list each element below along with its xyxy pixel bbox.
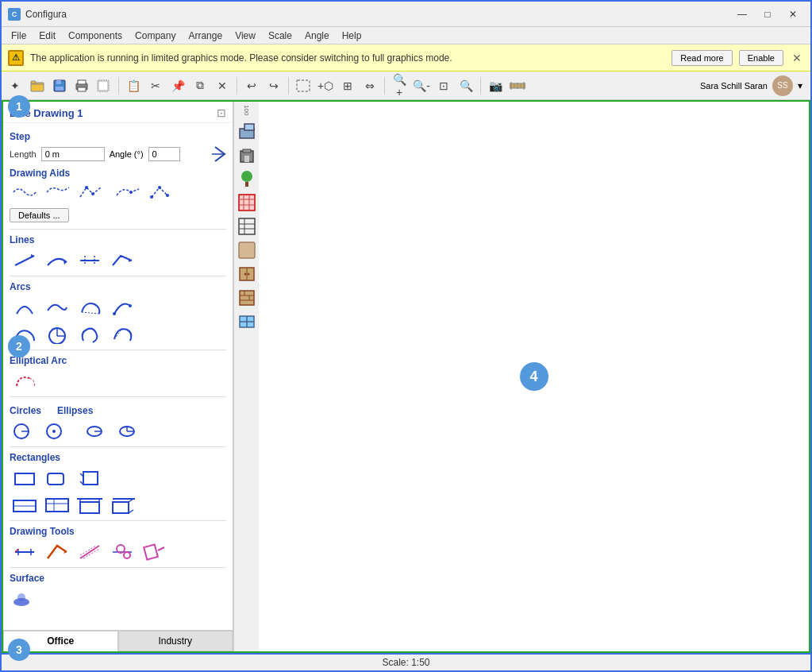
rect-tool-2[interactable] <box>42 466 72 490</box>
aid-1[interactable] <box>10 182 40 205</box>
save-button[interactable] <box>49 75 70 96</box>
zoom-window-button[interactable]: 🔍 <box>456 75 476 96</box>
menu-view[interactable]: View <box>229 29 262 43</box>
close-button[interactable]: ✕ <box>782 6 804 22</box>
ellipse-tool-2[interactable] <box>107 419 137 443</box>
select-button[interactable] <box>293 75 314 96</box>
canvas-area[interactable]: 4 <box>259 102 809 651</box>
camera-button[interactable]: 📷 <box>485 75 506 96</box>
divider-6 <box>10 520 226 521</box>
line-tool-4[interactable] <box>107 249 137 272</box>
rt-btn-2[interactable] <box>236 144 258 166</box>
rt-btn-5[interactable] <box>236 215 258 238</box>
redo-button[interactable]: ↪ <box>264 75 284 96</box>
line-tool-2[interactable] <box>42 249 72 272</box>
aid-4[interactable] <box>113 182 143 205</box>
panel-close-button[interactable]: ⊡ <box>217 106 226 119</box>
arc-tool-7[interactable] <box>75 322 105 346</box>
paste-button[interactable]: 📌 <box>167 75 188 96</box>
svg-rect-7 <box>78 87 86 91</box>
zoom-out-button[interactable]: 🔍- <box>411 75 432 96</box>
user-dropdown-icon: ▾ <box>798 80 802 91</box>
step-label: Step <box>10 131 226 142</box>
angle-input[interactable] <box>148 147 180 161</box>
svg-point-21 <box>158 186 161 189</box>
print-button[interactable] <box>71 75 92 96</box>
maximize-button[interactable]: □ <box>756 6 779 22</box>
arc-tool-3[interactable] <box>75 295 105 319</box>
arc-tool-6[interactable] <box>42 322 72 346</box>
rt-btn-1[interactable] <box>236 120 258 142</box>
rt-btn-8[interactable] <box>236 287 258 309</box>
rect-tool-3[interactable] <box>75 466 105 490</box>
menu-arrange[interactable]: Arrange <box>182 29 229 43</box>
drawing-tool-3[interactable] <box>75 540 105 564</box>
rt-btn-4[interactable] <box>236 191 258 214</box>
zoom-in-button[interactable]: 🔍+ <box>389 75 410 96</box>
read-more-button[interactable]: Read more <box>672 50 732 66</box>
rect-tool-5[interactable] <box>42 493 72 517</box>
arc-tool-4[interactable] <box>107 295 137 319</box>
line-tool-3[interactable] <box>75 249 105 272</box>
defaults-button[interactable]: Defaults ... <box>10 208 69 222</box>
snap-button[interactable]: ⊞ <box>337 75 358 96</box>
notification-text: The application is running in limited gr… <box>30 52 665 64</box>
arc-tool-2[interactable] <box>42 295 72 319</box>
rectangles-tools-row2 <box>10 493 226 517</box>
enable-button[interactable]: Enable <box>739 50 783 66</box>
menu-company[interactable]: Company <box>129 29 182 43</box>
cut-button[interactable]: ✂ <box>145 75 166 96</box>
menu-file[interactable]: File <box>5 29 33 43</box>
rt-btn-7[interactable] <box>236 263 258 285</box>
arc-tool-1[interactable] <box>10 295 40 319</box>
zoom-fit-button[interactable]: ⊡ <box>433 75 454 96</box>
copy-button[interactable]: 📋 <box>123 75 144 96</box>
ellipse-tool-1[interactable] <box>75 419 105 443</box>
svg-point-20 <box>129 191 133 194</box>
left-panel: Line Drawing 1 ⊡ Step Length Angle (°) <box>3 102 233 651</box>
undo-button[interactable]: ↩ <box>241 75 262 96</box>
rt-btn-6[interactable] <box>236 239 258 261</box>
drawing-tool-2[interactable] <box>42 540 72 564</box>
menu-angle[interactable]: Angle <box>298 29 336 43</box>
add-node-button[interactable]: +⬡ <box>315 75 336 96</box>
minimize-button[interactable]: — <box>731 6 753 22</box>
measure-tool-button[interactable] <box>507 75 528 96</box>
rect-tool-7[interactable] <box>107 493 137 517</box>
main-toolbar: ✦ 📋 ✂ 📌 ⧉ ✕ ↩ ↪ +⬡ ⊞ ⇔ 🔍+ 🔍- ⊡ 🔍 <box>2 71 810 100</box>
new-button[interactable]: ✦ <box>5 75 25 96</box>
drawing-tool-1[interactable] <box>10 540 40 564</box>
rect-tool-4[interactable] <box>10 493 40 517</box>
rect-tool-6[interactable] <box>75 493 105 517</box>
drawing-tool-4[interactable] <box>107 540 137 564</box>
notification-close-button[interactable]: ✕ <box>790 51 804 65</box>
svg-rect-46 <box>83 472 98 485</box>
menu-scale[interactable]: Scale <box>262 29 298 43</box>
notification-bar: ⚠ The application is running in limited … <box>2 44 810 71</box>
menu-components[interactable]: Components <box>62 29 129 43</box>
circle-tool-2[interactable] <box>42 419 72 443</box>
rt-btn-3[interactable] <box>236 168 258 190</box>
elliptical-arc-tool-1[interactable] <box>10 369 40 393</box>
aid-3[interactable] <box>76 182 110 205</box>
menu-help[interactable]: Help <box>336 29 368 43</box>
measure-button[interactable]: ⇔ <box>360 75 380 96</box>
tab-industry[interactable]: Industry <box>118 631 233 651</box>
rt-btn-9[interactable] <box>236 311 258 333</box>
surface-tool-1[interactable] <box>10 587 40 611</box>
length-input[interactable] <box>41 147 105 161</box>
menu-edit[interactable]: Edit <box>33 29 62 43</box>
print-preview-button[interactable] <box>94 75 114 96</box>
open-button[interactable] <box>27 75 48 96</box>
aid-2[interactable] <box>43 182 73 205</box>
aid-5[interactable] <box>146 182 173 205</box>
line-tool-1[interactable] <box>10 249 40 272</box>
rect-tool-1[interactable] <box>10 466 40 490</box>
circle-tool-1[interactable] <box>10 419 40 443</box>
user-profile[interactable]: Sara Schill Saran SS ▾ <box>695 74 807 98</box>
svg-point-38 <box>52 430 56 433</box>
duplicate-button[interactable]: ⧉ <box>190 75 210 96</box>
delete-button[interactable]: ✕ <box>212 75 233 96</box>
drawing-tool-5[interactable] <box>140 540 170 564</box>
arc-tool-8[interactable] <box>107 322 137 346</box>
